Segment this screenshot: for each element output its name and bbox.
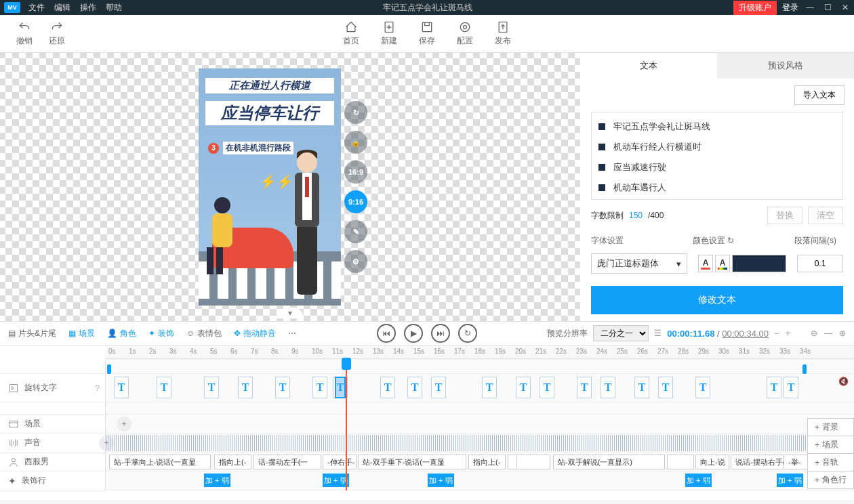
play-button[interactable]: ▶ — [404, 324, 423, 343]
filter-deco[interactable]: ✦ 装饰 — [148, 328, 174, 339]
add-scene-button[interactable]: + — [117, 417, 131, 432]
text-clip[interactable]: T — [482, 377, 497, 398]
deco-clip[interactable]: 加 + 弱 — [204, 474, 230, 487]
font-select[interactable]: 庞门正道标题体▾ — [591, 253, 687, 274]
ratio-9-16[interactable]: 9:16 — [344, 190, 367, 213]
character-clip[interactable]: 向上-说 — [695, 455, 729, 469]
filter-emoji[interactable]: ☺ 表情包 — [186, 328, 222, 339]
zoom-max-icon[interactable]: ⊕ — [839, 329, 846, 338]
edit-tool[interactable]: ✎ — [344, 220, 367, 243]
text-clip[interactable]: T — [784, 377, 798, 398]
replace-button[interactable]: 替换 — [767, 207, 802, 224]
tab-preset[interactable]: 预设风格 — [717, 53, 854, 79]
zoom-fit-icon[interactable]: ⊖ — [811, 329, 817, 338]
import-text-button[interactable]: 导入文本 — [794, 85, 845, 105]
character-clip[interactable]: -伸右手- — [323, 455, 357, 469]
add-audio-button[interactable]: + 音轨 — [807, 453, 854, 471]
redo-button[interactable]: 还原 — [49, 20, 65, 47]
more-icon[interactable]: ⋯ — [288, 329, 296, 338]
list-item[interactable]: 机动车行经人行横道时 — [596, 137, 838, 157]
add-scene-button[interactable]: + 场景 — [807, 436, 854, 454]
deco-clip[interactable]: 加 + 弱 — [777, 474, 803, 487]
character-clip[interactable]: 站-手掌向上-说话(一直显 — [109, 455, 211, 469]
audio-waveform[interactable] — [106, 435, 854, 451]
deco-clip[interactable]: 加 + 弱 — [428, 474, 454, 487]
menu-edit[interactable]: 编辑 — [54, 2, 70, 14]
home-button[interactable]: 首页 — [343, 20, 359, 47]
list-item[interactable]: 机动车遇行人 — [596, 177, 838, 198]
playhead[interactable] — [346, 359, 347, 490]
layers-icon[interactable]: ☰ — [654, 329, 662, 338]
text-clip[interactable]: T — [634, 377, 649, 398]
expand-down-icon[interactable]: ▾ — [277, 308, 304, 318]
modify-text-button[interactable]: 修改文本 — [591, 286, 843, 314]
menu-action[interactable]: 操作 — [80, 2, 96, 14]
text-clip[interactable]: T — [312, 377, 327, 398]
deco-clip[interactable]: 加 + 弱 — [685, 474, 712, 487]
gap-input[interactable] — [797, 255, 843, 272]
text-clip[interactable]: T — [516, 377, 531, 398]
text-clip[interactable]: T — [767, 377, 781, 398]
range-end-handle[interactable] — [802, 364, 807, 374]
text-clip[interactable]: T — [204, 377, 219, 398]
text-clip[interactable]: T — [380, 377, 395, 398]
character-clip[interactable]: 话-摆动左手(一 — [253, 455, 321, 469]
deco-clip[interactable]: 加 + 弱 — [323, 474, 349, 487]
lock-tool[interactable]: 🔒 — [344, 131, 367, 154]
text-clip[interactable]: T — [407, 377, 422, 398]
undo-button[interactable]: 撤销 — [16, 20, 33, 47]
filter-scene[interactable]: ▦ 场景 — [68, 328, 95, 339]
publish-button[interactable]: 发布 — [495, 20, 511, 47]
canvas[interactable]: ⚡⚡ 正在通过人行横道 应当停车让行 3在机非机混行路段 — [199, 68, 341, 306]
mute-icon[interactable]: 🔇 — [838, 377, 849, 386]
zoom-in-icon[interactable]: + — [786, 329, 790, 338]
text-clip[interactable]: T — [114, 377, 129, 398]
help-icon[interactable]: ? — [95, 383, 100, 393]
filter-mute[interactable]: ✥ 拖动静音 — [234, 328, 276, 339]
save-button[interactable]: 保存 — [419, 20, 435, 47]
character-clip[interactable] — [516, 455, 550, 469]
tab-text[interactable]: 文本 — [580, 53, 717, 79]
maximize-icon[interactable]: ☐ — [821, 1, 834, 14]
new-button[interactable]: 新建 — [381, 20, 397, 47]
minimize-icon[interactable]: — — [804, 1, 816, 14]
text-clip[interactable]: T — [601, 377, 615, 398]
preview-select[interactable]: 二分之一 — [593, 325, 649, 341]
text-clip[interactable]: T — [431, 377, 446, 398]
settings-tool[interactable]: ⚙ — [344, 250, 367, 273]
time-total[interactable]: 00:00:34.00 — [722, 329, 769, 339]
character-clip[interactable] — [667, 455, 694, 469]
text-color-button[interactable]: A — [698, 255, 713, 272]
timeline-ruler[interactable]: 0s1s2s3s4s5s6s7s8s9s10s11s12s13s14s15s16… — [106, 345, 854, 359]
config-button[interactable]: 配置 — [457, 20, 473, 47]
character-clip[interactable]: 指向上(- — [468, 455, 506, 469]
prev-button[interactable]: ⏮ — [377, 324, 396, 343]
text-clip[interactable]: T — [540, 377, 554, 398]
clear-button[interactable]: 清空 — [808, 207, 843, 224]
add-bg-button[interactable]: + 背景 — [807, 418, 854, 436]
canvas-text-2[interactable]: 应当停车让行 — [205, 101, 334, 125]
close-icon[interactable]: ✕ — [839, 1, 851, 14]
text-clip[interactable]: T — [238, 377, 253, 398]
refresh-tool[interactable]: ↻ — [344, 101, 367, 124]
filter-role[interactable]: 👤 角色 — [107, 328, 136, 339]
loop-button[interactable]: ↻ — [458, 324, 477, 343]
character-clip[interactable] — [508, 455, 517, 469]
login-button[interactable]: 登录 — [782, 2, 798, 14]
ratio-16-9[interactable]: 16:9 — [344, 161, 367, 184]
character-clip[interactable]: 指向上(- — [214, 455, 251, 469]
zoom-out-icon[interactable]: − — [774, 329, 779, 338]
list-item[interactable]: 牢记五点学会礼让斑马线 — [596, 117, 838, 137]
text-clip[interactable]: T — [695, 377, 710, 398]
text-clip[interactable]: T — [275, 377, 290, 398]
menu-file[interactable]: 文件 — [28, 2, 45, 14]
next-button[interactable]: ⏭ — [431, 324, 450, 343]
outline-color-button[interactable]: A — [715, 255, 730, 272]
character-clip[interactable]: 站-双手垂下-说话(一直显 — [358, 455, 466, 469]
text-list[interactable]: 牢记五点学会礼让斑马线 机动车行经人行横道时 应当减速行驶 机动车遇行人 — [591, 112, 843, 200]
text-clip[interactable]: T — [658, 377, 673, 398]
filter-intro[interactable]: ▤ 片头&片尾 — [8, 328, 56, 339]
menu-help[interactable]: 帮助 — [106, 2, 122, 14]
canvas-text-1[interactable]: 正在通过人行横道 — [205, 78, 334, 93]
text-clip[interactable]: T — [335, 377, 346, 398]
